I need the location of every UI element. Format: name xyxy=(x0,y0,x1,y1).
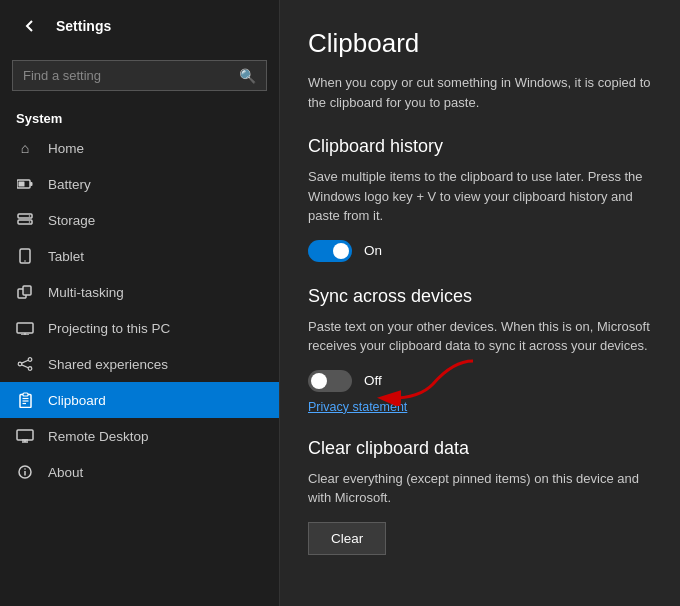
shared-icon xyxy=(16,355,34,373)
projecting-icon xyxy=(16,319,34,337)
clipboard-history-title: Clipboard history xyxy=(308,136,652,157)
search-box[interactable]: 🔍 xyxy=(12,60,267,91)
sync-title: Sync across devices xyxy=(308,286,652,307)
svg-point-14 xyxy=(28,358,32,362)
back-button[interactable] xyxy=(16,12,44,40)
svg-rect-1 xyxy=(30,182,33,186)
svg-point-15 xyxy=(28,367,32,371)
sidebar-item-projecting-label: Projecting to this PC xyxy=(48,321,170,336)
sidebar-item-projecting[interactable]: Projecting to this PC xyxy=(0,310,279,346)
svg-rect-2 xyxy=(19,182,25,187)
svg-point-8 xyxy=(24,260,26,262)
battery-icon xyxy=(16,175,34,193)
sidebar-item-about-label: About xyxy=(48,465,83,480)
main-content: Clipboard When you copy or cut something… xyxy=(280,0,680,606)
svg-point-6 xyxy=(29,221,31,223)
red-arrow-annotation xyxy=(363,356,483,406)
clear-title: Clear clipboard data xyxy=(308,438,652,459)
svg-point-16 xyxy=(18,362,22,366)
about-icon xyxy=(16,463,34,481)
search-input[interactable] xyxy=(13,61,229,90)
clear-desc: Clear everything (except pinned items) o… xyxy=(308,469,652,508)
search-icon[interactable]: 🔍 xyxy=(229,62,266,90)
sync-toggle-row: Off xyxy=(308,370,652,392)
nav-items: ⌂ Home Battery Storag xyxy=(0,130,279,606)
sidebar-item-tablet[interactable]: Tablet xyxy=(0,238,279,274)
clear-button[interactable]: Clear xyxy=(308,522,386,555)
svg-rect-10 xyxy=(23,286,31,295)
sidebar-item-clipboard-label: Clipboard xyxy=(48,393,106,408)
sidebar-item-shared[interactable]: Shared experiences xyxy=(0,346,279,382)
storage-icon xyxy=(16,211,34,229)
sidebar-item-home[interactable]: ⌂ Home xyxy=(0,130,279,166)
svg-point-5 xyxy=(29,215,31,217)
sidebar-item-clipboard[interactable]: Clipboard xyxy=(0,382,279,418)
multitasking-icon xyxy=(16,283,34,301)
remote-icon xyxy=(16,427,34,445)
tablet-icon xyxy=(16,247,34,265)
sidebar-item-battery[interactable]: Battery xyxy=(0,166,279,202)
toggle-thumb xyxy=(333,243,349,259)
system-section-label: System xyxy=(0,103,279,130)
svg-rect-20 xyxy=(23,393,28,396)
sidebar-item-multitasking[interactable]: Multi-tasking xyxy=(0,274,279,310)
sidebar-title: Settings xyxy=(56,18,111,34)
sidebar-item-storage-label: Storage xyxy=(48,213,95,228)
sidebar-item-multitasking-label: Multi-tasking xyxy=(48,285,124,300)
sidebar-item-remote-label: Remote Desktop xyxy=(48,429,149,444)
sidebar-item-about[interactable]: About xyxy=(0,454,279,490)
home-icon: ⌂ xyxy=(16,139,34,157)
svg-line-17 xyxy=(22,360,29,363)
svg-line-18 xyxy=(22,365,29,368)
page-title: Clipboard xyxy=(308,28,652,59)
sync-desc: Paste text on your other devices. When t… xyxy=(308,317,652,356)
sidebar: Settings 🔍 System ⌂ Home Battery xyxy=(0,0,280,606)
sync-toggle[interactable] xyxy=(308,370,352,392)
clipboard-history-toggle-row: On xyxy=(308,240,652,262)
clipboard-icon xyxy=(16,391,34,409)
sidebar-item-home-label: Home xyxy=(48,141,84,156)
sidebar-item-shared-label: Shared experiences xyxy=(48,357,168,372)
page-description: When you copy or cut something in Window… xyxy=(308,73,652,112)
sidebar-item-battery-label: Battery xyxy=(48,177,91,192)
sidebar-item-tablet-label: Tablet xyxy=(48,249,84,264)
sidebar-item-remote[interactable]: Remote Desktop xyxy=(0,418,279,454)
sidebar-header: Settings xyxy=(0,0,279,52)
svg-point-30 xyxy=(24,468,26,470)
svg-rect-11 xyxy=(17,323,33,333)
clipboard-history-toggle[interactable] xyxy=(308,240,352,262)
sidebar-item-storage[interactable]: Storage xyxy=(0,202,279,238)
clipboard-history-desc: Save multiple items to the clipboard to … xyxy=(308,167,652,226)
svg-rect-24 xyxy=(17,430,33,440)
sync-toggle-thumb xyxy=(311,373,327,389)
clipboard-history-toggle-label: On xyxy=(364,243,382,258)
